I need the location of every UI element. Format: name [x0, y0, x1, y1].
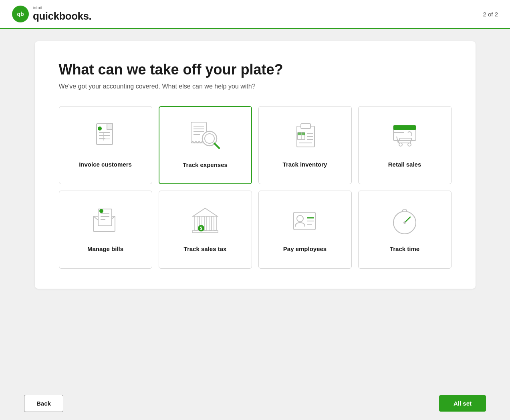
app-header: qb intuit quickbooks. 2 of 2	[0, 0, 510, 29]
allset-button[interactable]: All set	[439, 395, 486, 412]
svg-rect-20	[301, 124, 310, 129]
option-track-sales-tax[interactable]: $ Track sales tax	[159, 191, 252, 269]
option-track-expenses[interactable]: Track expenses	[159, 106, 252, 184]
svg-point-6	[98, 127, 102, 131]
option-track-time[interactable]: Track time	[358, 191, 452, 269]
option-retail-sales[interactable]: Retail sales	[358, 106, 452, 184]
option-label-inventory: Track inventory	[283, 161, 327, 168]
svg-rect-29	[393, 125, 416, 130]
svg-rect-45	[192, 231, 218, 233]
svg-point-31	[408, 143, 411, 146]
page-subtitle: We've got your accounting covered. What …	[59, 83, 452, 90]
option-track-inventory[interactable]: Track inventory	[258, 106, 352, 184]
employees-icon	[287, 203, 323, 239]
option-label-employees: Pay employees	[283, 245, 327, 252]
option-label-bills: Manage bills	[87, 245, 123, 252]
svg-marker-39	[193, 208, 217, 216]
option-label-sales-tax: Track sales tax	[184, 245, 227, 252]
svg-rect-44	[214, 216, 216, 231]
time-icon	[387, 203, 423, 239]
option-label-expenses: Track expenses	[183, 161, 228, 168]
option-pay-employees[interactable]: Pay employees	[258, 191, 352, 269]
svg-text:qb: qb	[17, 11, 24, 17]
svg-rect-43	[209, 216, 212, 231]
main-content: What can we take off your plate? We've g…	[0, 29, 510, 387]
option-label-retail: Retail sales	[388, 161, 421, 168]
option-invoice-customers[interactable]: Invoice customers	[59, 106, 152, 184]
page-title: What can we take off your plate?	[59, 61, 452, 78]
logo: qb intuit quickbooks.	[12, 6, 91, 22]
svg-point-17	[205, 134, 214, 143]
svg-point-49	[297, 215, 303, 222]
intuit-label: intuit	[33, 6, 91, 10]
content-card: What can we take off your plate? We've g…	[35, 41, 476, 289]
logo-text: intuit quickbooks.	[33, 6, 91, 22]
quickbooks-label: quickbooks.	[33, 10, 91, 22]
options-grid: Invoice customers	[59, 106, 452, 269]
svg-point-58	[403, 221, 406, 224]
svg-text:$: $	[200, 226, 202, 231]
page-indicator: 2 of 2	[483, 11, 498, 18]
svg-rect-42	[204, 216, 207, 231]
sales-tax-icon: $	[187, 203, 223, 239]
svg-rect-56	[403, 210, 407, 212]
option-label-invoice: Invoice customers	[79, 161, 132, 168]
qb-logo-icon: qb	[12, 6, 29, 22]
option-label-time: Track time	[390, 245, 419, 252]
retail-icon	[387, 119, 423, 155]
svg-point-38	[99, 209, 103, 213]
expenses-icon	[187, 119, 223, 155]
inventory-icon	[287, 119, 323, 155]
svg-rect-40	[195, 216, 197, 231]
footer: Back All set	[0, 387, 510, 420]
svg-point-30	[399, 143, 402, 146]
option-manage-bills[interactable]: Manage bills	[59, 191, 152, 269]
invoice-icon	[87, 119, 123, 155]
svg-line-18	[214, 143, 219, 148]
back-button[interactable]: Back	[24, 395, 63, 412]
bills-icon	[87, 203, 123, 239]
